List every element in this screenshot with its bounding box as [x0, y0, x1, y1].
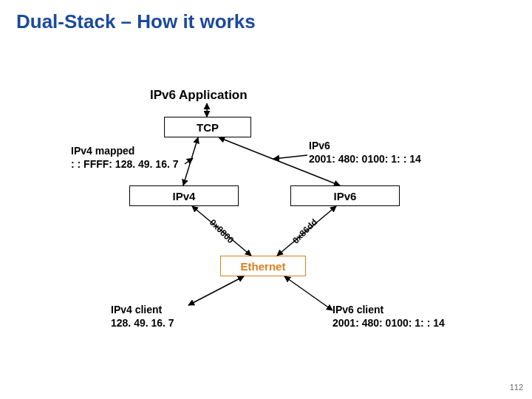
label-ipv6-address: IPv6 2001: 480: 0100: 1: : 14: [309, 140, 421, 166]
app-label: IPv6 Application: [150, 87, 248, 103]
box-ipv4: IPv4: [129, 185, 239, 206]
svg-line-3: [185, 158, 193, 164]
box-ipv6: IPv6: [290, 185, 400, 206]
slide-title: Dual-Stack – How it works: [16, 10, 256, 33]
page-number: 112: [510, 383, 523, 392]
svg-line-7: [188, 276, 244, 305]
label-ipv4-client: IPv4 client 128. 49. 16. 7: [111, 304, 174, 330]
box-tcp: TCP: [164, 117, 251, 137]
svg-line-1: [183, 137, 198, 185]
svg-line-4: [273, 155, 307, 159]
label-ethertype-ipv4: 0x0800: [208, 217, 236, 245]
box-ethernet: Ethernet: [220, 256, 306, 276]
label-ipv4-mapped: IPv4 mapped : : FFFF: 128. 49. 16. 7: [71, 145, 179, 171]
label-ethertype-ipv6: 0x86dd: [290, 216, 319, 245]
svg-line-8: [284, 276, 332, 310]
label-ipv6-client: IPv6 client 2001: 480: 0100: 1: : 14: [332, 304, 445, 330]
diagram-connectors: [0, 0, 532, 399]
